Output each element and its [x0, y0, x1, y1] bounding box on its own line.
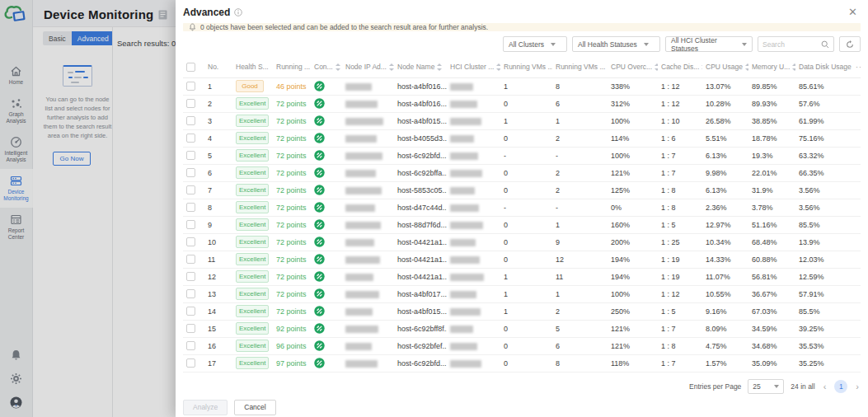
- cell-cpu-overcommit: 121%: [608, 164, 658, 181]
- row-checkbox[interactable]: [186, 203, 195, 212]
- cell-running-vms-1: -: [500, 147, 552, 164]
- row-checkbox[interactable]: [186, 99, 195, 108]
- row-checkbox[interactable]: [186, 185, 195, 194]
- cell-memory-usage: 31.9%: [748, 181, 795, 199]
- total-entries-label: 24 in all: [791, 382, 814, 391]
- sort-icon[interactable]: [496, 63, 500, 71]
- search-input[interactable]: [762, 40, 812, 49]
- table-row: 11 Excellent 72 points host-04421a1... 0…: [183, 251, 861, 268]
- column-header-memory-u[interactable]: Memory U...: [748, 57, 795, 77]
- cell-running-vms-1: 0: [500, 320, 552, 337]
- column-header-running-vms[interactable]: Running VMs ...: [500, 57, 552, 77]
- refresh-button[interactable]: [839, 36, 861, 52]
- table-row: 13 Excellent 72 points host-a4bf017... 1…: [183, 285, 861, 302]
- row-checkbox[interactable]: [186, 237, 195, 246]
- connected-status-icon: [314, 288, 325, 299]
- sort-icon[interactable]: [335, 63, 340, 71]
- connected-status-icon: [314, 133, 325, 143]
- cell-cpu-usage: 9.16%: [702, 302, 748, 320]
- running-points: 72 points: [276, 100, 307, 108]
- prev-page-button[interactable]: ‹: [822, 382, 828, 391]
- entries-per-page-select[interactable]: 25: [748, 379, 784, 394]
- cell-cpu-overcommit: 200%: [608, 233, 658, 251]
- search-box: [758, 36, 834, 52]
- sort-icon[interactable]: [792, 63, 795, 71]
- row-checkbox[interactable]: [186, 272, 195, 281]
- select-all-checkbox[interactable]: [186, 63, 195, 72]
- column-header-cpu-usage[interactable]: CPU Usage: [702, 57, 748, 77]
- hci-cluster-statuses-dropdown[interactable]: All HCI Cluster Statuses: [665, 36, 753, 52]
- table-row: 7 Excellent 72 points host-5853c05... 0 …: [183, 181, 861, 199]
- node-ip-redacted: [345, 239, 374, 246]
- row-checkbox[interactable]: [186, 255, 195, 264]
- table-header-row: No.Health S...Running ...Con...Node IP A…: [183, 57, 861, 77]
- table-row: 14 Excellent 72 points host-a4bf015... 1…: [183, 302, 861, 320]
- row-checkbox[interactable]: [186, 168, 195, 177]
- connected-status-icon: [314, 115, 325, 126]
- cell-no: 13: [204, 285, 232, 302]
- cell-running-vms-1: 0: [500, 251, 552, 268]
- cell-data-disk-usage: 85.5%: [795, 302, 852, 320]
- cell-cache-disk-ratio: 1 : 7: [658, 320, 702, 337]
- column-header-node-ip-ad[interactable]: Node IP Ad...: [342, 57, 394, 77]
- row-checkbox[interactable]: [186, 289, 195, 298]
- row-checkbox[interactable]: [186, 134, 195, 143]
- running-points: 72 points: [276, 307, 307, 316]
- cell-memory-usage: 22.01%: [748, 164, 795, 181]
- row-checkbox[interactable]: [186, 341, 195, 350]
- row-checkbox[interactable]: [186, 220, 195, 229]
- table-row: 2 Excellent 72 points host-a4bf016... 0 …: [183, 95, 861, 112]
- row-checkbox[interactable]: [186, 324, 195, 333]
- column-header-running-vms[interactable]: Running VMs ...: [552, 57, 608, 77]
- running-points: 72 points: [276, 169, 307, 177]
- analyze-button[interactable]: Analyze: [183, 400, 228, 415]
- health-statuses-dropdown[interactable]: All Health Statuses: [572, 36, 660, 52]
- cell-data-disk-usage: 85.61%: [795, 77, 852, 95]
- cell-memory-usage: 67.03%: [748, 302, 795, 320]
- column-header-cpu-overc[interactable]: CPU Overc...: [608, 57, 658, 77]
- row-checkbox[interactable]: [186, 358, 195, 368]
- close-icon[interactable]: ✕: [845, 7, 861, 18]
- sort-icon[interactable]: [437, 63, 442, 71]
- cell-cache-disk-ratio: 1 : 8: [658, 199, 702, 216]
- sort-icon[interactable]: [655, 63, 658, 71]
- info-icon[interactable]: [234, 8, 242, 16]
- banner-bell-icon: [189, 23, 196, 31]
- sort-icon[interactable]: [701, 63, 702, 71]
- connected-status-icon: [314, 98, 325, 109]
- row-checkbox[interactable]: [186, 307, 195, 316]
- cell-no: 1: [204, 77, 232, 95]
- column-header-hci-cluster[interactable]: HCI Cluster ...: [447, 57, 500, 77]
- hci-cluster-redacted: [450, 152, 478, 160]
- cell-node-name: host-6c92bfd...: [394, 354, 447, 372]
- cell-data-disk-usage: 12.59%: [795, 268, 852, 285]
- table-row: 8 Excellent 72 points host-d47c44d... - …: [183, 199, 861, 216]
- cell-no: 17: [204, 354, 232, 372]
- sort-icon[interactable]: [389, 63, 394, 71]
- chevron-down-icon: [551, 43, 556, 46]
- cell-running-vms-1: 1: [500, 77, 552, 95]
- column-header-cache-dis[interactable]: Cache Dis...: [658, 57, 702, 77]
- row-checkbox[interactable]: [186, 151, 195, 160]
- row-checkbox[interactable]: [186, 82, 195, 91]
- cell-cache-disk-ratio: 1 : 8: [658, 181, 702, 199]
- column-header-running[interactable]: Running ...: [273, 57, 311, 77]
- cancel-button[interactable]: Cancel: [234, 400, 275, 415]
- cell-running-vms-2: 12: [552, 251, 608, 268]
- current-page-button[interactable]: 1: [834, 380, 847, 393]
- cell-cpu-overcommit: 194%: [608, 268, 658, 285]
- column-header-con[interactable]: Con...: [311, 57, 342, 77]
- cell-cache-disk-ratio: 1 : 8: [658, 337, 702, 354]
- row-checkbox[interactable]: [186, 116, 195, 125]
- column-header-node-name[interactable]: Node Name: [394, 57, 447, 77]
- sort-icon[interactable]: [745, 63, 748, 71]
- search-icon[interactable]: [821, 40, 829, 49]
- cell-running-vms-2: 2: [552, 181, 608, 199]
- next-page-button[interactable]: ›: [854, 382, 861, 391]
- clusters-dropdown[interactable]: All Clusters: [503, 36, 567, 52]
- pagination-bar: Entries per Page 25 24 in all ‹ 1 ›: [176, 372, 868, 394]
- cell-node-name: host-d47c44d...: [394, 199, 447, 216]
- cell-node-name: host-a4bf015...: [394, 112, 447, 129]
- cell-running-vms-1: 1: [500, 268, 552, 285]
- column-settings-icon[interactable]: ···: [856, 63, 861, 71]
